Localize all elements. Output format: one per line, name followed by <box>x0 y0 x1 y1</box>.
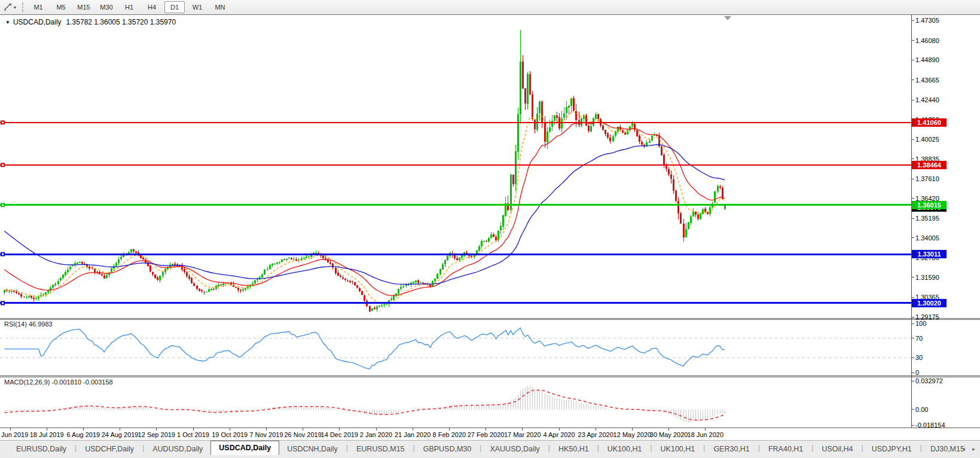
level-drag-handle-dot <box>2 254 4 255</box>
level-price-box: 1.41060 <box>912 118 947 127</box>
macd-axis-tick: 0.00 <box>915 405 975 414</box>
time-axis-label: 29 Jun 2019 <box>0 431 28 438</box>
chart-tab-uk100-h1[interactable]: UK100,H1 <box>653 443 703 455</box>
timeframe-buttons: M1M5M15M30H1H4D1W1MN <box>28 1 230 13</box>
chart-tab-xauusd-daily[interactable]: XAUUSD,Daily <box>482 443 547 455</box>
level-price-box: 1.33011 <box>912 250 947 258</box>
chart-tab-uk100-h1[interactable]: UK100,H1 <box>600 443 650 455</box>
time-axis-label: 21 Jan 2020 <box>395 431 431 438</box>
tab-scroll-left-icon[interactable]: ◂ <box>962 445 965 452</box>
tab-scroll-right-icon[interactable]: ▸ <box>972 445 975 452</box>
macd-axis-tick: 0.032972 <box>915 377 975 385</box>
timeframe-button-d1[interactable]: D1 <box>164 1 185 13</box>
moving-average-fast-line <box>5 112 725 304</box>
time-axis-label: 2 Jan 2020 <box>360 431 392 438</box>
chart-tab-fra40-h1[interactable]: FRA40,H1 <box>761 443 811 455</box>
price-axis-tick: 1.34005 <box>915 234 975 242</box>
level-drag-handle-dot <box>2 204 4 206</box>
price-axis-tick: 1.31590 <box>915 273 975 282</box>
time-axis-label: 1 Oct 2019 <box>177 431 209 438</box>
price-axis-tick: 1.40025 <box>915 135 975 143</box>
chart-tab-eurusd-daily[interactable]: EURUSD,Daily <box>8 443 74 455</box>
time-axis-label: 27 Feb 2020 <box>468 431 505 438</box>
symbol-title: USDCAD,Daily <box>13 18 62 26</box>
macd-signal-line <box>5 390 725 420</box>
macd-histogram <box>5 386 725 422</box>
price-axis-tick: 1.35195 <box>915 214 975 222</box>
time-axis-label: 30 May 2020 <box>650 431 688 438</box>
price-axis-tick: 1.44890 <box>915 56 975 64</box>
macd-label: MACD(12,26,9) -0.001810 -0.003158 <box>4 378 113 386</box>
chart-tab-usoil-h4[interactable]: USOil,H4 <box>814 443 860 455</box>
mt4-window: ▾ M1M5M15M30H1H4D1W1MN ▼USDCAD,Daily1.35… <box>0 0 980 458</box>
chart-tab-audusd-daily[interactable]: AUDUSD,Daily <box>145 443 210 455</box>
level-drag-handle-dot <box>2 121 4 123</box>
chart-tab-gbpusd-m30[interactable]: GBPUSD,M30 <box>416 443 480 455</box>
timeframe-button-h1[interactable]: H1 <box>119 1 139 13</box>
chevron-down-icon[interactable]: ▾ <box>14 5 16 10</box>
time-axis-label: 8 Feb 2020 <box>433 431 466 438</box>
price-axis-tick: 1.47305 <box>915 16 975 25</box>
chart-tab-usdchf-daily[interactable]: USDCHF,Daily <box>77 443 142 455</box>
macd-axis-tick: -0.018154 <box>915 421 975 429</box>
timeframe-button-m30[interactable]: M30 <box>96 1 117 13</box>
rsi-axis-tick: 70 <box>915 334 975 343</box>
chart-tab-usdcnh-daily[interactable]: USDCNH,Daily <box>279 443 346 455</box>
timeframe-button-m1[interactable]: M1 <box>28 1 48 13</box>
chart-shift-marker[interactable] <box>724 16 731 20</box>
level-price-box: 1.36015 <box>912 201 947 209</box>
toolbar-grip[interactable] <box>22 2 23 12</box>
chart-tab-ger30-h1[interactable]: GER30,H1 <box>706 443 757 455</box>
time-axis-label: 24 Aug 2019 <box>102 431 139 438</box>
level-drag-handle-dot <box>2 164 4 166</box>
time-axis-label: 12 Sep 2019 <box>138 431 175 438</box>
time-axis-label: 18 Jul 2019 <box>30 431 64 438</box>
time-axis-label: 26 Nov 2019 <box>284 431 321 438</box>
price-axis-tick: 1.42440 <box>915 96 975 104</box>
timeframe-button-m15[interactable]: M15 <box>74 1 94 13</box>
timeframe-button-m5[interactable]: M5 <box>51 1 71 13</box>
time-axis-label: 19 Oct 2019 <box>212 431 248 438</box>
rsi-line <box>5 328 725 369</box>
price-axis-tick: 1.43665 <box>915 76 975 84</box>
chart-tabs: EURUSD,Daily|USDCHF,Daily|AUDUSD,DailyUS… <box>0 441 972 455</box>
time-axis-label: 7 Nov 2019 <box>249 431 283 438</box>
timeframe-button-h4[interactable]: H4 <box>142 1 162 13</box>
level-price-box: 1.38464 <box>912 161 947 169</box>
chart-tabs-bar: EURUSD,Daily|USDCHF,Daily|AUDUSD,DailyUS… <box>0 440 980 458</box>
ohlc-values: 1.35782 1.36005 1.35720 1.35970 <box>66 18 176 26</box>
chart-area[interactable]: ▼USDCAD,Daily1.35782 1.36005 1.35720 1.3… <box>0 14 980 441</box>
level-drag-handle-dot <box>2 302 4 304</box>
chart-tab-usdjpy-h1[interactable]: USDJPY,H1 <box>864 443 920 455</box>
rsi-axis-tick: 100 <box>915 319 975 328</box>
time-axis-label: 12 May 2020 <box>613 431 652 438</box>
time-axis-label: 23 Apr 2020 <box>578 431 613 438</box>
time-axis-label: 6 Aug 2019 <box>67 431 100 438</box>
time-axis-label: 17 Mar 2020 <box>504 431 541 438</box>
rsi-axis-tick: 30 <box>915 353 975 362</box>
cursor-line-tool-icon[interactable] <box>2 2 13 12</box>
price-axis-tick: 1.37610 <box>915 175 975 183</box>
time-axis-label: 14 Dec 2019 <box>321 431 358 438</box>
chart-title: ▼USDCAD,Daily1.35782 1.36005 1.35720 1.3… <box>5 18 176 26</box>
timeframe-button-mn[interactable]: MN <box>210 1 230 13</box>
moving-average-medium-line <box>5 122 725 295</box>
moving-average-slow-line <box>5 145 725 285</box>
time-axis-label: 18 Jun 2020 <box>688 431 724 438</box>
chart-tab-eurusd-m15[interactable]: EURUSD,M15 <box>349 443 413 455</box>
chart-tab-usdcad-daily[interactable]: USDCAD,Daily <box>210 441 279 455</box>
rsi-axis-tick: 0 <box>915 368 975 377</box>
price-chart-svg[interactable] <box>0 15 980 441</box>
triangle-down-icon[interactable]: ▼ <box>5 20 10 25</box>
level-price-box: 1.30020 <box>912 299 947 307</box>
toolbar: ▾ M1M5M15M30H1H4D1W1MN <box>0 0 980 15</box>
timeframe-button-w1[interactable]: W1 <box>187 1 207 13</box>
candles-layer <box>4 30 726 312</box>
rsi-label: RSI(14) 46.9983 <box>4 320 53 328</box>
chart-tab-hk50-h1[interactable]: HK50,H1 <box>551 443 597 455</box>
price-axis-tick: 1.46080 <box>915 36 975 45</box>
time-axis-label: 4 Apr 2020 <box>543 431 575 438</box>
